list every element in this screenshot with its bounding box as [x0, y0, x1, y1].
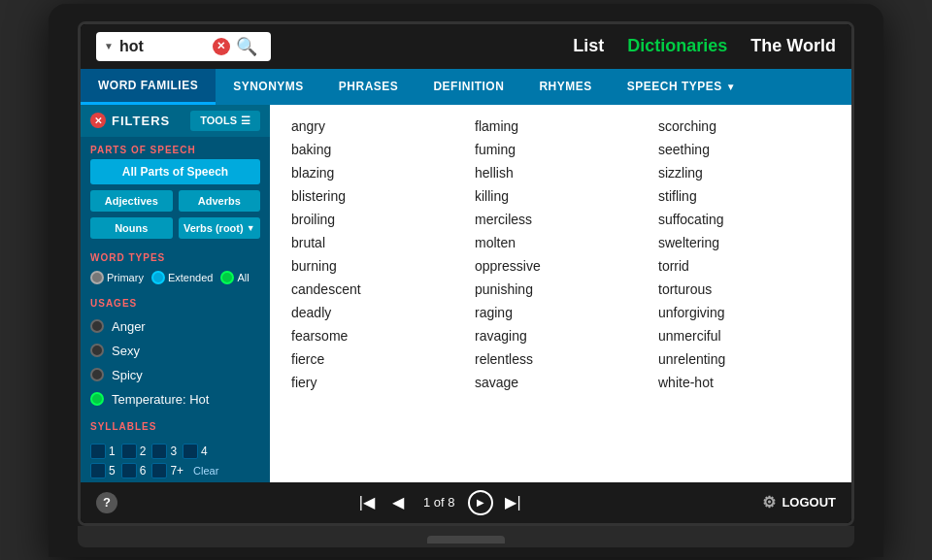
usage-anger[interactable]: Anger: [81, 314, 270, 339]
primary-label: Primary: [107, 272, 144, 283]
tab-rhymes[interactable]: RHYMES: [521, 70, 609, 103]
help-button[interactable]: ?: [96, 492, 117, 513]
nav-list[interactable]: List: [573, 36, 604, 56]
word-flaming[interactable]: flaming: [469, 115, 652, 138]
usage-temperature-hot[interactable]: Temperature: Hot: [81, 387, 270, 412]
word-type-extended-option[interactable]: Extended: [151, 271, 213, 284]
word-molten[interactable]: molten: [469, 231, 652, 254]
word-sizzling[interactable]: sizzling: [652, 161, 836, 184]
word-broiling[interactable]: broiling: [285, 208, 469, 231]
settings-icon[interactable]: ⚙: [762, 493, 776, 511]
word-candescent[interactable]: candescent: [285, 278, 469, 301]
word-col-3: scorching seething sizzling stifling suf…: [652, 115, 836, 394]
word-burning[interactable]: burning: [285, 254, 469, 278]
play-button[interactable]: ▶: [468, 490, 493, 515]
word-sweltering[interactable]: sweltering: [652, 231, 836, 254]
word-hellish[interactable]: hellish: [469, 161, 652, 184]
word-torrid[interactable]: torrid: [652, 254, 836, 278]
first-page-button[interactable]: |◀: [353, 491, 381, 513]
word-punishing[interactable]: punishing: [469, 278, 652, 301]
word-fuming[interactable]: fuming: [469, 138, 652, 161]
page-info: 1 of 8: [416, 495, 463, 510]
tools-button[interactable]: TOOLS ☰: [190, 111, 260, 131]
tab-phrases[interactable]: PHRASES: [321, 70, 416, 103]
word-brutal[interactable]: brutal: [285, 231, 469, 254]
word-col-2: flaming fuming hellish killing merciless…: [469, 115, 652, 394]
word-oppressive[interactable]: oppressive: [469, 254, 652, 278]
word-suffocating[interactable]: suffocating: [652, 208, 836, 231]
usage-spicy[interactable]: Spicy: [81, 363, 270, 387]
word-stifling[interactable]: stifling: [652, 184, 836, 208]
syl-4-label: 4: [201, 445, 208, 458]
logout-button[interactable]: LOGOUT: [782, 495, 836, 510]
nav-the-world[interactable]: The World: [750, 36, 836, 56]
word-types-radio-row: Primary Extended All: [90, 271, 260, 284]
nav-links: List Dictionaries The World: [573, 36, 836, 56]
adjectives-adverbs-row: Adjectives Adverbs: [81, 190, 270, 217]
syl-1-label: 1: [109, 445, 116, 458]
word-merciless[interactable]: merciless: [469, 208, 652, 231]
usages-section-label: USAGES: [81, 290, 270, 313]
word-scorching[interactable]: scorching: [652, 115, 836, 138]
word-seething[interactable]: seething: [652, 138, 836, 161]
nav-dictionaries[interactable]: Dictionaries: [627, 36, 727, 56]
word-unrelenting[interactable]: unrelenting: [652, 347, 836, 371]
syllable-row-2: 5 6 7+ Clear: [90, 463, 260, 478]
verbs-button[interactable]: Verbs (root) ▼: [179, 217, 261, 239]
word-fearsome[interactable]: fearsome: [285, 324, 469, 347]
laptop-notch: [427, 536, 505, 544]
word-torturous[interactable]: torturous: [652, 278, 836, 301]
syllable-6[interactable]: 6: [121, 463, 147, 478]
syllables-clear-button[interactable]: Clear: [193, 465, 218, 477]
search-area: ▼ ✕ 🔍: [96, 32, 271, 61]
next-page-button[interactable]: ▶|: [499, 491, 526, 513]
syllable-3[interactable]: 3: [151, 444, 177, 459]
syllable-7plus[interactable]: 7+: [151, 463, 183, 478]
speech-types-arrow-icon: ▼: [726, 82, 736, 92]
filters-label: FILTERS: [112, 114, 170, 128]
search-input[interactable]: [119, 38, 207, 55]
word-blistering[interactable]: blistering: [285, 184, 469, 208]
syllable-4[interactable]: 4: [183, 444, 208, 459]
bottom-bar: ? |◀ ◀ 1 of 8 ▶ ▶| ⚙ LOGOUT: [81, 482, 851, 523]
syl-7plus-box: [151, 463, 167, 478]
usage-sexy[interactable]: Sexy: [81, 339, 270, 363]
syllable-1[interactable]: 1: [90, 444, 116, 459]
syllable-2[interactable]: 2: [121, 444, 147, 459]
word-white-hot[interactable]: white-hot: [652, 371, 836, 394]
word-unmerciful[interactable]: unmerciful: [652, 324, 836, 347]
word-savage[interactable]: savage: [469, 371, 652, 394]
word-killing[interactable]: killing: [469, 184, 652, 208]
prev-page-button[interactable]: ◀: [386, 491, 410, 513]
word-types-label: WORD TYPES: [90, 248, 260, 267]
all-label: All: [237, 272, 249, 283]
all-parts-of-speech-button[interactable]: All Parts of Speech: [90, 159, 260, 184]
word-angry[interactable]: angry: [285, 115, 469, 138]
tab-synonyms[interactable]: SYNONYMS: [216, 70, 321, 103]
tab-word-families[interactable]: WORD FAMILIES: [81, 69, 216, 105]
word-ravaging[interactable]: ravaging: [469, 324, 652, 347]
sidebar: ✕ FILTERS TOOLS ☰ PARTS OF SPEECH All Pa…: [81, 105, 270, 482]
word-baking[interactable]: baking: [285, 138, 469, 161]
syllable-5[interactable]: 5: [90, 463, 116, 478]
tab-speech-types[interactable]: SPEECH TYPES ▼: [610, 70, 753, 103]
syl-1-box: [90, 444, 106, 459]
close-filters-button[interactable]: ✕: [90, 113, 106, 128]
word-fiery[interactable]: fiery: [285, 371, 469, 394]
word-fierce[interactable]: fierce: [285, 347, 469, 371]
primary-radio-dot: [90, 271, 104, 284]
clear-search-button[interactable]: ✕: [213, 38, 230, 55]
word-blazing[interactable]: blazing: [285, 161, 469, 184]
word-raging[interactable]: raging: [469, 301, 652, 324]
word-type-primary-option[interactable]: Primary: [90, 271, 144, 284]
adverbs-button[interactable]: Adverbs: [179, 190, 261, 212]
adjectives-button[interactable]: Adjectives: [90, 190, 173, 212]
search-button[interactable]: 🔍: [236, 36, 257, 57]
word-deadly[interactable]: deadly: [285, 301, 469, 324]
temperature-hot-dot: [90, 392, 104, 406]
tab-definition[interactable]: DEFINITION: [416, 70, 521, 103]
word-unforgiving[interactable]: unforgiving: [652, 301, 836, 324]
nouns-button[interactable]: Nouns: [90, 217, 173, 239]
word-relentless[interactable]: relentless: [469, 347, 652, 371]
word-type-all-option[interactable]: All: [220, 271, 249, 284]
